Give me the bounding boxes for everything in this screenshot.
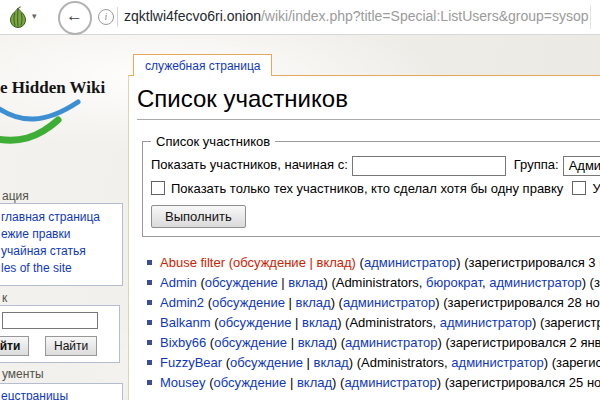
back-icon: ← <box>66 6 83 26</box>
nav-box: главная страница ежие правки учайная ста… <box>0 203 123 286</box>
page-title: Список участников <box>137 85 600 120</box>
form-legend: Список участников <box>151 134 275 149</box>
group-name: Administrators <box>336 275 419 290</box>
talk-link[interactable]: обсуждение <box>213 375 286 390</box>
edits-only-checkbox[interactable] <box>151 181 165 195</box>
punct: ) <box>332 375 340 390</box>
contribs-link[interactable]: вклад <box>316 255 351 270</box>
caret-down-icon[interactable]: ▾ <box>32 11 37 21</box>
search-section-header: к <box>2 291 7 305</box>
search-input[interactable] <box>2 312 98 329</box>
user-link[interactable]: Bixby66 <box>160 335 206 350</box>
creation-order-checkbox[interactable] <box>572 181 586 195</box>
info-icon[interactable]: i <box>98 9 114 25</box>
group-label: Группа: <box>514 157 559 172</box>
creation-order-label: Упо <box>592 181 600 196</box>
punct: | <box>291 315 302 330</box>
screen: ▾ ← i zqktlwi4fecvo6ri.onion/wiki/index.… <box>0 0 600 400</box>
punct: , <box>433 315 440 330</box>
punct: | <box>286 375 297 390</box>
tools-box: ецстраницы <box>0 383 123 400</box>
group-link[interactable]: администратор <box>440 315 532 330</box>
punct: ( <box>197 275 205 290</box>
form-row-checkboxes: Показать только тех участников, кто сдел… <box>151 181 600 196</box>
registered-text: (зарегистрировался 28 ноябр <box>443 295 600 310</box>
talk-link[interactable]: обсуждение <box>233 255 306 270</box>
user-row: Bixby66 (обсуждение | вклад) (администра… <box>147 333 600 353</box>
punct: | <box>303 355 314 370</box>
tab-special-page[interactable]: служебная страница <box>133 54 272 76</box>
url-host: zqktlwi4fecvo6ri.onion <box>124 8 261 24</box>
user-row: Balkanm (обсуждение | вклад) (Administra… <box>147 313 600 333</box>
search-box: ейти Найти <box>0 305 120 363</box>
group-link[interactable]: администратор <box>364 255 456 270</box>
group-link[interactable]: бюрократ <box>426 275 482 290</box>
sidebar-item-randompage: учайная статья <box>1 243 122 260</box>
punct: , <box>419 275 426 290</box>
url-text[interactable]: zqktlwi4fecvo6ri.onion/wiki/index.php?ti… <box>124 8 589 24</box>
form-row-submit: Выполнить <box>151 196 600 228</box>
punct: ) <box>582 275 590 290</box>
group-select[interactable]: Админис <box>563 156 600 176</box>
sidebar-link-randompage[interactable]: учайная статья <box>1 244 86 258</box>
sidebar-link-mainpage[interactable]: главная страница <box>1 210 100 224</box>
talk-link[interactable]: обсуждение <box>230 355 303 370</box>
user-link[interactable]: Mousey <box>160 375 206 390</box>
user-list: Abuse filter (обсуждение | вклад) (админ… <box>137 253 600 393</box>
talk-link[interactable]: обсуждение <box>219 315 292 330</box>
user-row: Admin2 (обсуждение | вклад) (администрат… <box>147 293 600 313</box>
user-row: Abuse filter (обсуждение | вклад) (админ… <box>147 253 600 273</box>
group-link[interactable]: администратор <box>345 335 437 350</box>
user-link[interactable]: FuzzyBear <box>160 355 222 370</box>
submit-button[interactable]: Выполнить <box>151 205 246 228</box>
find-button[interactable]: Найти <box>45 336 97 356</box>
punct: ( <box>204 295 212 310</box>
contribs-link[interactable]: вклад <box>298 335 333 350</box>
group-link[interactable]: администратор <box>451 355 543 370</box>
punct: ) <box>349 355 357 370</box>
group-link[interactable]: администратор <box>343 295 435 310</box>
registered-text: (зарегистрир <box>540 315 600 330</box>
punct: ( <box>222 355 230 370</box>
sidebar-item-mainpage: главная страница <box>1 209 122 226</box>
back-button[interactable]: ← <box>58 1 92 35</box>
prefix-label: Показать участников, начиная с: <box>151 157 348 172</box>
punct: | <box>285 295 296 310</box>
contribs-link[interactable]: вклад <box>297 375 332 390</box>
talk-link[interactable]: обсуждение <box>212 295 285 310</box>
talk-link[interactable]: обсуждение <box>214 335 287 350</box>
contribs-link[interactable]: вклад <box>302 315 337 330</box>
registered-text: (зарегистри <box>552 355 600 370</box>
contribs-link[interactable]: вклад <box>314 355 349 370</box>
punct: ( <box>225 255 233 270</box>
user-row: FuzzyBear (обсуждение | вклад) (Administ… <box>147 353 600 373</box>
sidebar-item-rules: les of the site <box>1 260 122 277</box>
punct: ) <box>331 295 339 310</box>
talk-link[interactable]: обсуждение <box>205 275 278 290</box>
punct: ) <box>544 355 552 370</box>
form-row-prefix: Показать участников, начиная с:Группа:Ад… <box>151 156 600 176</box>
user-row: Admin (обсуждение | вклад) (Administrato… <box>147 273 600 293</box>
sidebar-link-specialpages[interactable]: ецстраницы <box>1 389 68 400</box>
user-link[interactable]: Admin <box>160 275 197 290</box>
listusers-form: Список участников Показать участников, н… <box>142 134 600 237</box>
user-link[interactable]: Balkanm <box>160 315 211 330</box>
registered-text: (зарегистрировался 2 января <box>445 335 600 350</box>
group-link[interactable]: администратор <box>489 275 581 290</box>
user-row: Mousey (обсуждение | вклад) (администрат… <box>147 373 600 393</box>
contribs-link[interactable]: вклад <box>288 275 323 290</box>
go-button[interactable]: ейти <box>0 336 29 356</box>
user-link[interactable]: Abuse filter <box>160 255 225 270</box>
user-link[interactable]: Admin2 <box>160 295 204 310</box>
nav-section-header: ация <box>2 189 29 203</box>
contribs-link[interactable]: вклад <box>296 295 331 310</box>
group-link[interactable]: администратор <box>344 375 436 390</box>
onion-menu-icon[interactable] <box>6 5 30 29</box>
punct: ) <box>437 375 445 390</box>
group-name: Administrators <box>361 355 444 370</box>
main-content: Список участников Список участников Пока… <box>128 75 600 400</box>
sidebar-link-recentchanges[interactable]: ежие правки <box>1 227 70 241</box>
username-prefix-input[interactable] <box>352 156 506 176</box>
browser-address-bar: ▾ ← i zqktlwi4fecvo6ri.onion/wiki/index.… <box>0 0 600 35</box>
sidebar-link-rules[interactable]: les of the site <box>1 261 72 275</box>
